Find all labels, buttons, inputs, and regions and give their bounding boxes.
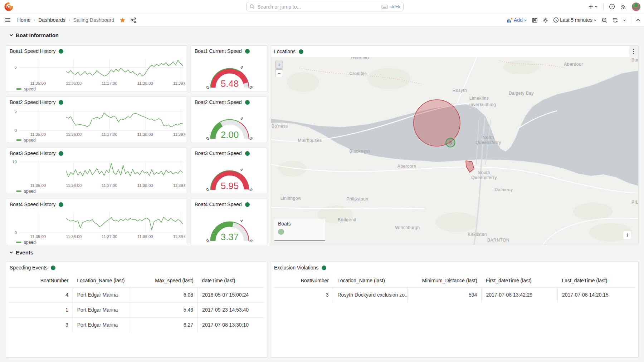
svg-text:BARNTON: BARNTON	[487, 238, 509, 243]
panel-boat4-speed-history: Boat4 Speed History 11:35:0011:36:0011:3…	[6, 199, 187, 245]
panel-header[interactable]: Boat2 Speed History	[6, 97, 187, 108]
column-header[interactable]: Minimum_Distance (last)	[407, 274, 481, 287]
panel-header[interactable]: Speeding Events	[6, 262, 267, 274]
search-icon	[249, 4, 255, 9]
panel-header[interactable]: Boat4 Speed History	[6, 199, 187, 210]
menu-icon[interactable]	[4, 16, 11, 24]
question-circle-icon: ?	[609, 4, 615, 10]
panel-menu-kebab-icon[interactable]	[629, 46, 638, 57]
section-boat-information[interactable]: Boat Information	[9, 32, 59, 38]
svg-text:Blackness: Blackness	[349, 149, 370, 154]
panel-header[interactable]: Boat3 Current Speed	[191, 148, 267, 159]
panel-boat4-current-speed: Boat4 Current Speed 0463.37	[191, 199, 267, 245]
refresh-interval-caret[interactable]	[623, 19, 626, 22]
panel-header[interactable]: Exclusion Violations	[270, 262, 638, 274]
column-header[interactable]: Max_speed (last)	[129, 274, 198, 287]
map-zoom-out-button[interactable]: −	[275, 69, 283, 77]
table-row: 3Port Edgar Marina6.272017-07-08 13:30:1…	[9, 317, 264, 332]
divider	[631, 17, 631, 23]
panel-header[interactable]: Locations	[270, 46, 638, 57]
svg-text:11:35:00: 11:35:00	[30, 81, 46, 85]
grafana-logo-icon[interactable]	[4, 2, 13, 11]
help-button[interactable]: ?	[609, 4, 615, 10]
table-cell: Port Edgar Marina	[73, 317, 129, 332]
time-range-picker[interactable]: Last 5 minutes	[553, 17, 597, 23]
column-header[interactable]: Location_Name (last)	[333, 274, 407, 287]
save-icon	[532, 17, 538, 23]
refresh-button[interactable]	[612, 17, 618, 23]
clock-icon	[553, 17, 559, 23]
breadcrumb-separator: ›	[34, 18, 35, 23]
settings-button[interactable]	[542, 17, 548, 23]
breadcrumb-home[interactable]: Home	[17, 17, 30, 23]
star-icon[interactable]	[119, 17, 126, 23]
table-cell: 1	[9, 302, 73, 317]
collapse-toolbar-button[interactable]	[636, 18, 640, 23]
map-legend-title: Boats	[278, 221, 322, 227]
table-cell: 594	[407, 287, 481, 302]
news-button[interactable]	[620, 4, 626, 10]
panel-header[interactable]: Boat4 Current Speed	[191, 199, 267, 210]
shortcut-hint: ctrl+k	[381, 4, 400, 9]
timeseries-chart: 11:35:0011:36:0011:37:0011:38:0011:39:00…	[8, 159, 185, 189]
svg-text:South: South	[478, 170, 490, 175]
gauge-chart: 0463.37	[201, 209, 258, 245]
column-header[interactable]: Last_dateTime (last)	[557, 274, 635, 287]
map-scale-bar	[274, 240, 325, 241]
table-cell: 6.27	[129, 317, 198, 332]
column-header[interactable]: Location_Name (last)	[73, 274, 129, 287]
column-header[interactable]: dateTime (last)	[198, 274, 264, 287]
divider	[603, 4, 604, 10]
breadcrumb-dashboards[interactable]: Dashboards	[38, 17, 65, 23]
rss-icon	[620, 4, 626, 10]
panel-boat1-speed-history: Boat1 Speed History 11:35:0011:36:0011:3…	[6, 45, 187, 92]
search-input[interactable]: Search or jump to... ctrl+k	[246, 2, 404, 11]
legend-speed[interactable]: speed	[24, 138, 36, 143]
panel-header[interactable]: Boat2 Current Speed	[191, 97, 267, 108]
svg-text:5.48: 5.48	[221, 78, 239, 89]
health-dot	[59, 49, 63, 54]
map-attribution-button[interactable]: i	[623, 231, 631, 239]
column-header[interactable]: BoatNumber	[273, 274, 333, 287]
breadcrumb-separator: ›	[69, 18, 70, 23]
column-header[interactable]: BoatNumber	[9, 274, 73, 287]
svg-text:Kirkliston: Kirkliston	[468, 232, 487, 237]
svg-text:11:37:00: 11:37:00	[102, 132, 117, 137]
svg-text:Winchburgh: Winchburgh	[395, 225, 420, 230]
panel-speeding-events: Speeding Events BoatNumberLocation_Name …	[6, 261, 267, 358]
zoom-out-button[interactable]	[601, 17, 608, 23]
svg-text:0: 0	[15, 128, 17, 133]
panel-header[interactable]: Boat1 Current Speed	[191, 46, 267, 56]
map-canvas[interactable]: 3 NewmillsBurCrombieAberdourRosythDalget…	[271, 57, 638, 245]
svg-text:4: 4	[239, 65, 244, 70]
svg-text:11:36:00: 11:36:00	[66, 183, 82, 188]
legend-swatch	[16, 242, 21, 243]
svg-text:4: 4	[239, 116, 244, 121]
new-button[interactable]	[588, 4, 598, 9]
svg-text:Queensferry: Queensferry	[471, 175, 497, 180]
legend-speed[interactable]: speed	[24, 240, 36, 245]
save-button[interactable]	[532, 17, 538, 23]
legend-speed[interactable]: speed	[24, 189, 36, 194]
table-cell: 4	[9, 287, 73, 302]
column-header[interactable]: First_dateTime (last)	[482, 274, 558, 287]
panel-header[interactable]: Boat1 Speed History	[6, 46, 187, 56]
map-zoom-in-button[interactable]: +	[275, 61, 283, 69]
table-cell: Port Edgar Marina	[73, 287, 129, 302]
zoom-out-icon	[601, 17, 608, 23]
section-events[interactable]: Events	[9, 249, 33, 256]
svg-text:0: 0	[205, 187, 210, 192]
avatar[interactable]	[632, 3, 640, 11]
svg-text:Abercorn: Abercorn	[397, 164, 416, 169]
add-panel-button[interactable]: Add	[507, 17, 527, 23]
table-cell: 6.08	[129, 287, 198, 302]
panel-header[interactable]: Boat3 Speed History	[6, 148, 187, 159]
svg-text:?: ?	[611, 5, 613, 9]
table-cell: 2017-07-08 13:30:10	[198, 317, 264, 332]
keyboard-icon	[381, 5, 388, 9]
share-icon[interactable]	[130, 17, 136, 23]
legend-speed[interactable]: speed	[24, 86, 36, 91]
caret-down-icon	[595, 5, 598, 8]
health-dot	[245, 151, 250, 156]
svg-text:Inverkeithing: Inverkeithing	[469, 102, 496, 107]
